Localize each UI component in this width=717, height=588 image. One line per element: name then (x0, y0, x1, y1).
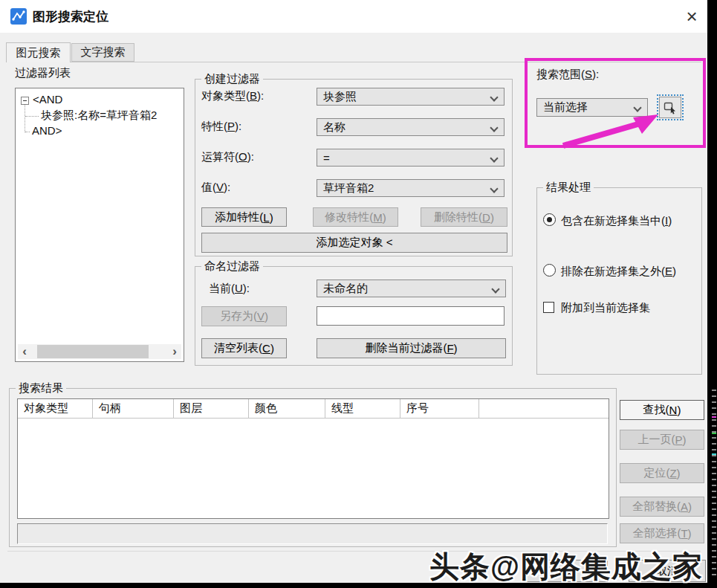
app-logo-icon (10, 8, 27, 25)
tree-collapse-icon[interactable] (21, 97, 29, 105)
object-type-combo[interactable]: 块参照 (317, 88, 505, 106)
result-handling-group-label: 结果处理 (543, 181, 594, 195)
property-label: 特性(P): (201, 120, 241, 134)
add-selected-object-button[interactable]: 添加选定对象 < (201, 233, 507, 253)
col-linetype[interactable]: 线型 (325, 399, 400, 418)
checkbox-append-to-current-selection[interactable] (543, 302, 554, 313)
object-type-label: 对象类型(B): (201, 89, 264, 103)
operator-label: 运算符(O): (201, 150, 254, 164)
col-layer[interactable]: 图层 (174, 399, 249, 418)
cad-tick (712, 433, 716, 434)
tab-primitive-search[interactable]: 图元搜索 (6, 42, 71, 62)
scroll-left-icon[interactable]: ‹ (18, 344, 31, 359)
operator-value: = (323, 152, 330, 164)
add-property-button[interactable]: 添加特性(L) (201, 207, 287, 227)
value-label: 值(V): (201, 181, 230, 195)
results-status-bar (17, 523, 608, 544)
background-cad-sliver (712, 390, 716, 575)
chevron-down-icon (490, 123, 498, 132)
tree-item-block-ref[interactable]: 块参照:名称=草坪音箱2 (41, 109, 157, 123)
filter-list-label: 过滤器列表 (15, 66, 71, 80)
tree-guide-line (25, 132, 30, 132)
property-value: 名称 (323, 120, 345, 135)
checkbox-append-label: 附加到当前选择集 (561, 301, 650, 315)
create-filter-group: 创建过滤器 对象类型(B): 块参照 特性(P): 名称 运算符(O): = 值… (195, 79, 513, 256)
results-table[interactable]: 对象类型 句柄 图层 颜色 线型 序号 (17, 398, 609, 519)
locate-button[interactable]: 定位(Z) (620, 463, 704, 483)
clear-list-button[interactable]: 清空列表(C) (201, 338, 287, 358)
scrollbar-thumb[interactable] (37, 345, 149, 358)
results-table-header: 对象类型 句柄 图层 颜色 线型 序号 (18, 399, 609, 419)
screenshot-stage: 图形搜索定位 × 图元搜索 文字搜索 过滤器列表 <AND 块参照:名称=草坪音… (0, 0, 717, 588)
title-bar: 图形搜索定位 × (0, 0, 707, 33)
scrollbar-track[interactable] (31, 344, 168, 359)
value-value: 草坪音箱2 (323, 181, 374, 196)
replace-all-button[interactable]: 全部替换(A) (620, 497, 704, 517)
cad-tick (712, 453, 716, 455)
radio-exclude-from-new-selection[interactable] (543, 264, 556, 277)
cad-tick (712, 416, 716, 418)
tree-guide-line (25, 105, 25, 132)
current-filter-label: 当前(U): (209, 282, 250, 296)
chevron-down-icon (491, 285, 499, 293)
current-filter-combo[interactable]: 未命名的 (317, 280, 506, 297)
object-type-value: 块参照 (323, 90, 357, 104)
filter-tree[interactable]: <AND 块参照:名称=草坪音箱2 AND> ‹ › (15, 88, 184, 362)
chevron-down-icon (490, 93, 498, 101)
radio-exclude-label: 排除在新选择集之外(E) (561, 265, 676, 279)
modify-property-button[interactable]: 修改特性(M) (313, 207, 398, 227)
close-icon[interactable]: × (678, 4, 706, 28)
search-results-group-label: 搜索结果 (16, 381, 66, 395)
scroll-right-icon[interactable]: › (168, 344, 181, 359)
tree-item-and-open[interactable]: <AND (33, 93, 62, 106)
search-locate-dialog: 图形搜索定位 × 图元搜索 文字搜索 过滤器列表 <AND 块参照:名称=草坪音… (0, 0, 707, 583)
property-combo[interactable]: 名称 (317, 118, 505, 136)
save-as-button[interactable]: 另存为(V) (201, 306, 287, 326)
radio-include-in-new-selection[interactable] (543, 213, 556, 226)
chevron-down-icon (490, 184, 498, 193)
col-color[interactable]: 颜色 (249, 399, 325, 418)
delete-property-button[interactable]: 删除特性(D) (421, 207, 507, 227)
filter-tree-viewport: <AND 块参照:名称=草坪音箱2 AND> (16, 88, 183, 345)
tree-horizontal-scrollbar[interactable]: ‹ › (18, 344, 181, 359)
filter-name-input[interactable] (317, 306, 505, 326)
tree-item-and-close[interactable]: AND> (32, 124, 62, 137)
operator-combo[interactable]: = (317, 149, 505, 167)
search-results-group: 搜索结果 对象类型 句柄 图层 颜色 线型 序号 (9, 388, 617, 547)
watermark-text: 头条@网络集成之家 (429, 546, 703, 587)
previous-page-button[interactable]: 上一页(P) (620, 430, 704, 450)
col-serial[interactable]: 序号 (400, 399, 479, 418)
delete-current-filter-button[interactable]: 删除当前过滤器(F) (317, 338, 506, 358)
window-title: 图形搜索定位 (33, 8, 108, 25)
named-filter-group-label: 命名过滤器 (201, 259, 263, 274)
named-filter-group: 命名过滤器 当前(U): 未命名的 另存为(V) 清空列表(C) 删除当前过滤器… (195, 266, 513, 366)
create-filter-group-label: 创建过滤器 (201, 72, 263, 86)
value-combo[interactable]: 草坪音箱2 (317, 179, 505, 197)
tab-text-search[interactable]: 文字搜索 (71, 43, 134, 62)
col-object-type[interactable]: 对象类型 (18, 399, 93, 418)
radio-include-label: 包含在新选择集当中(I) (561, 214, 672, 228)
tree-guide-line (25, 116, 39, 117)
col-handle[interactable]: 句柄 (93, 399, 174, 418)
result-handling-group: 结果处理 包含在新选择集当中(I) 排除在新选择集之外(E) 附加到当前选择集 (536, 187, 702, 375)
select-all-button[interactable]: 全部选择(T) (620, 523, 704, 543)
find-button[interactable]: 查找(N) (620, 400, 704, 420)
annotation-arrow (550, 109, 669, 155)
current-filter-value: 未命名的 (323, 282, 368, 296)
chevron-down-icon (490, 154, 498, 162)
